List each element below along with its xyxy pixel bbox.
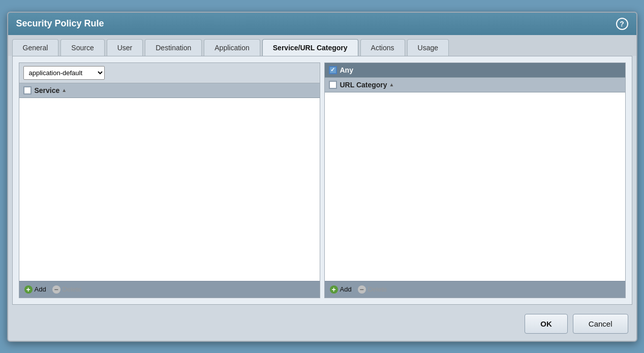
tab-bar: General Source User Destination Applicat… <box>8 35 636 56</box>
tab-usage[interactable]: Usage <box>407 39 449 56</box>
dialog-footer: OK Cancel <box>8 309 636 341</box>
tab-service-url-category[interactable]: Service/URL Category <box>262 39 358 56</box>
url-category-add-button[interactable]: + Add <box>330 285 352 294</box>
url-category-header: URL Category ▲ <box>325 78 625 92</box>
tab-user[interactable]: User <box>107 39 143 56</box>
service-dropdown-row: application-default <box>19 63 320 83</box>
service-delete-button[interactable]: − Delete <box>52 285 82 294</box>
security-policy-dialog: Security Policy Rule ? General Source Us… <box>7 12 637 342</box>
tab-actions[interactable]: Actions <box>360 39 405 56</box>
tab-source[interactable]: Source <box>60 39 104 56</box>
panels-container: application-default Service ▲ + <box>19 62 626 298</box>
service-column-header: Service ▲ <box>35 86 67 94</box>
url-category-panel-footer: + Add − Delete <box>325 281 625 298</box>
url-any-label: Any <box>340 66 353 74</box>
ok-button[interactable]: OK <box>525 314 568 334</box>
service-select-all-checkbox[interactable] <box>23 86 32 94</box>
service-dropdown[interactable]: application-default <box>23 66 105 80</box>
service-panel-body <box>19 98 320 281</box>
service-panel-footer: + Add − Delete <box>19 281 320 298</box>
content-area: application-default Service ▲ + <box>12 56 632 305</box>
title-bar: Security Policy Rule ? <box>8 13 636 35</box>
tab-general[interactable]: General <box>12 39 59 56</box>
url-category-delete-button[interactable]: − Delete <box>358 285 387 294</box>
cancel-button[interactable]: Cancel <box>573 314 628 334</box>
service-add-button[interactable]: + Add <box>24 285 46 294</box>
dialog-title: Security Policy Rule <box>16 18 104 29</box>
service-add-icon: + <box>24 285 33 294</box>
service-sort-arrow[interactable]: ▲ <box>62 87 67 93</box>
url-any-row: Any <box>325 63 625 78</box>
url-any-checkbox[interactable] <box>329 66 337 74</box>
service-header: Service ▲ <box>19 83 320 98</box>
service-delete-icon: − <box>52 285 60 294</box>
tab-application[interactable]: Application <box>204 39 260 56</box>
url-category-add-icon: + <box>330 285 338 294</box>
url-category-select-all-checkbox[interactable] <box>329 81 337 89</box>
help-icon[interactable]: ? <box>616 18 628 30</box>
service-panel: application-default Service ▲ + <box>19 62 320 298</box>
url-category-column-header: URL Category ▲ <box>340 81 394 89</box>
url-category-sort-arrow[interactable]: ▲ <box>389 82 394 87</box>
url-category-delete-icon: − <box>358 285 366 294</box>
url-category-panel: Any URL Category ▲ + Add <box>324 62 626 298</box>
tab-destination[interactable]: Destination <box>145 39 202 56</box>
url-category-panel-body <box>325 92 625 281</box>
